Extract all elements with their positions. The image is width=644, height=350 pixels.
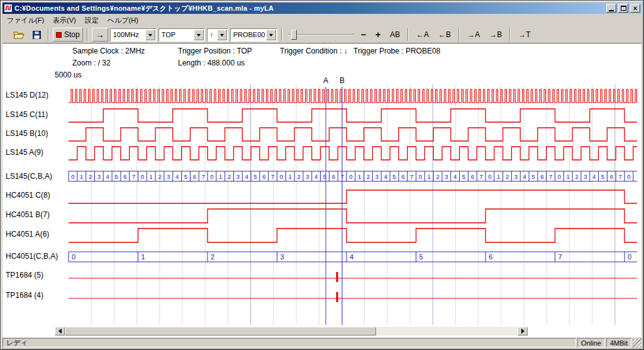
svg-text:5: 5 bbox=[184, 173, 187, 180]
svg-text:7: 7 bbox=[201, 173, 204, 180]
svg-text:7: 7 bbox=[549, 173, 552, 180]
svg-text:5: 5 bbox=[462, 173, 465, 180]
svg-text:6: 6 bbox=[332, 173, 335, 180]
svg-text:7: 7 bbox=[410, 173, 413, 180]
svg-text:6: 6 bbox=[123, 173, 126, 180]
channel-label-ls145-b: LS145 B(10) bbox=[6, 129, 69, 138]
svg-text:1: 1 bbox=[497, 173, 500, 180]
channel-label-ls145-bus: LS145(C,B,A) bbox=[6, 172, 69, 181]
svg-text:4: 4 bbox=[350, 253, 353, 261]
length-info: Length : 488.000 us bbox=[178, 59, 245, 67]
svg-text:3: 3 bbox=[445, 173, 448, 180]
zoom-info: Zoom : / 32 bbox=[72, 59, 111, 67]
svg-text:2: 2 bbox=[297, 173, 300, 180]
svg-text:3: 3 bbox=[167, 173, 170, 180]
scroll-left-button[interactable] bbox=[55, 327, 65, 336]
svg-text:1: 1 bbox=[358, 173, 361, 180]
horizontal-scrollbar[interactable] bbox=[55, 327, 528, 336]
channel-label-hc4051-a: HC4051 A(6) bbox=[6, 230, 69, 239]
channel-label-tp1684-4: TP1684 (4) bbox=[6, 291, 69, 300]
svg-text:3: 3 bbox=[97, 173, 101, 180]
channel-label-ls145-d: LS145 D(12) bbox=[6, 91, 69, 99]
svg-text:0: 0 bbox=[419, 173, 422, 180]
svg-text:7: 7 bbox=[132, 173, 135, 180]
sample-clock-info: Sample Clock : 2MHz bbox=[72, 47, 145, 55]
svg-text:A: A bbox=[323, 76, 328, 85]
svg-text:1: 1 bbox=[150, 173, 153, 180]
channel-label-tp1684-5: TP1684 (5) bbox=[6, 271, 69, 279]
svg-text:2: 2 bbox=[575, 173, 578, 180]
app-window: C:¥Documents and Settings¥noname¥デスクトップ¥… bbox=[0, 0, 644, 350]
svg-text:7: 7 bbox=[618, 173, 621, 180]
trigger-position-info: Trigger Position : TOP bbox=[178, 47, 252, 55]
svg-text:6: 6 bbox=[489, 253, 492, 261]
svg-text:3: 3 bbox=[584, 173, 587, 180]
svg-text:3: 3 bbox=[375, 173, 379, 180]
svg-text:3: 3 bbox=[514, 173, 518, 180]
svg-text:2: 2 bbox=[211, 253, 214, 261]
svg-text:4: 4 bbox=[453, 173, 457, 180]
channel-label-ls145-c: LS145 C(11) bbox=[6, 110, 69, 119]
svg-text:4: 4 bbox=[523, 173, 526, 180]
svg-text:7: 7 bbox=[271, 173, 274, 180]
svg-text:0: 0 bbox=[628, 253, 631, 261]
svg-text:1: 1 bbox=[567, 173, 570, 180]
svg-text:7: 7 bbox=[558, 253, 562, 261]
svg-text:1: 1 bbox=[80, 173, 83, 180]
channel-label-ls145-a: LS145 A(9) bbox=[6, 148, 69, 157]
svg-text:6: 6 bbox=[540, 173, 543, 180]
svg-text:0: 0 bbox=[141, 173, 144, 180]
svg-text:2: 2 bbox=[158, 173, 161, 180]
svg-text:0: 0 bbox=[71, 173, 74, 180]
svg-text:4: 4 bbox=[106, 173, 109, 180]
svg-text:7: 7 bbox=[479, 173, 482, 180]
svg-text:4: 4 bbox=[245, 173, 248, 180]
channel-label-hc4051-b: HC4051 B(7) bbox=[6, 210, 69, 219]
scrollbar-thumb[interactable] bbox=[65, 327, 376, 336]
svg-text:3: 3 bbox=[280, 253, 284, 261]
triangle-left-icon bbox=[56, 329, 62, 334]
svg-text:4: 4 bbox=[384, 173, 387, 180]
svg-text:0: 0 bbox=[210, 173, 213, 180]
svg-text:6: 6 bbox=[610, 173, 613, 180]
svg-text:2: 2 bbox=[506, 173, 509, 180]
scroll-right-button[interactable] bbox=[518, 327, 528, 336]
svg-text:0: 0 bbox=[627, 173, 630, 180]
svg-text:1: 1 bbox=[289, 173, 292, 180]
svg-text:4: 4 bbox=[314, 173, 318, 180]
svg-text:4: 4 bbox=[592, 173, 596, 180]
svg-text:1: 1 bbox=[142, 253, 145, 261]
svg-text:5: 5 bbox=[601, 173, 604, 180]
svg-text:4: 4 bbox=[175, 173, 179, 180]
svg-text:6: 6 bbox=[193, 173, 196, 180]
channel-label-hc4051-c: HC4051 C(8) bbox=[6, 191, 69, 200]
svg-text:0: 0 bbox=[349, 173, 352, 180]
trigger-probe-info: Trigger Probe : PROBE08 bbox=[353, 47, 440, 55]
svg-text:2: 2 bbox=[436, 173, 439, 180]
svg-text:6: 6 bbox=[471, 173, 474, 180]
svg-text:2: 2 bbox=[367, 173, 370, 180]
svg-text:2: 2 bbox=[89, 173, 92, 180]
trigger-condition-info: Trigger Condition : ↓ bbox=[280, 47, 348, 55]
svg-text:0: 0 bbox=[558, 173, 561, 180]
svg-text:1: 1 bbox=[219, 173, 222, 180]
svg-text:B: B bbox=[340, 76, 345, 85]
time-scale-label: 5000 us bbox=[55, 71, 82, 79]
svg-text:6: 6 bbox=[401, 173, 404, 180]
channel-label-hc4051-bus: HC4051(C,B,A) bbox=[6, 252, 69, 261]
svg-text:5: 5 bbox=[114, 173, 118, 180]
svg-text:3: 3 bbox=[306, 173, 309, 180]
svg-text:5: 5 bbox=[531, 173, 535, 180]
svg-text:0: 0 bbox=[280, 173, 283, 180]
svg-text:2: 2 bbox=[228, 173, 231, 180]
svg-text:5: 5 bbox=[419, 253, 423, 261]
svg-text:5: 5 bbox=[253, 173, 257, 180]
svg-text:0: 0 bbox=[488, 173, 491, 180]
svg-text:0: 0 bbox=[72, 253, 75, 261]
svg-text:5: 5 bbox=[392, 173, 396, 180]
triangle-right-icon bbox=[521, 329, 527, 334]
svg-text:1: 1 bbox=[428, 173, 431, 180]
svg-text:6: 6 bbox=[262, 173, 265, 180]
svg-text:3: 3 bbox=[236, 173, 240, 180]
